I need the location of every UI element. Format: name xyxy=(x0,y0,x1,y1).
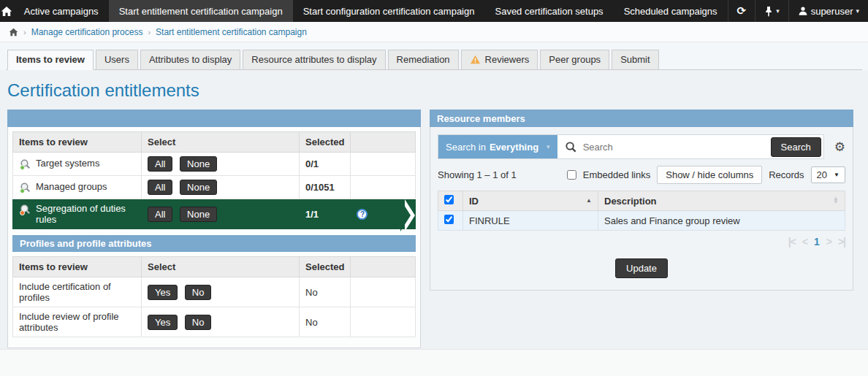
selected-count: 0/1051 xyxy=(305,182,335,193)
column-header-items-to-review: Items to review xyxy=(13,132,142,153)
top-menu-bar: Active campaigns Start entitlement certi… xyxy=(0,0,868,22)
pagination: |< < 1 > >| xyxy=(438,236,845,248)
username-label: superuser xyxy=(811,6,853,17)
column-header-selected: Selected xyxy=(300,132,351,153)
search-scope-dropdown[interactable]: Search in Everything ▾ xyxy=(438,135,557,158)
footer-strip xyxy=(0,349,868,376)
pagination-last-button[interactable]: >| xyxy=(838,236,845,248)
breadcrumb-separator: › xyxy=(23,28,26,37)
search-scope-prefix: Search in xyxy=(446,142,486,153)
help-icon[interactable]: ? xyxy=(357,209,368,220)
breadcrumb-link-manage-certification[interactable]: Manage certification process xyxy=(31,27,143,37)
menu-item-start-entitlement-campaign[interactable]: Start entitlement certification campaign xyxy=(109,0,293,22)
show-hide-columns-button[interactable]: Show / hide columns xyxy=(657,166,762,184)
table-row-finrule[interactable]: FINRULE Sales and Finance group review xyxy=(438,211,845,231)
tab-items-to-review[interactable]: Items to review xyxy=(7,50,94,70)
column-header-label: Description xyxy=(604,196,657,207)
pagination-page-1[interactable]: 1 xyxy=(814,236,820,248)
none-button[interactable]: None xyxy=(180,180,217,195)
menu-item-label: Scheduled campaigns xyxy=(624,6,717,17)
column-header-label: ID xyxy=(469,196,479,207)
warning-icon xyxy=(470,55,481,64)
embedded-links-label: Embedded links xyxy=(583,169,651,180)
item-label: Target systems xyxy=(36,158,99,169)
column-header-selected: Selected xyxy=(300,257,351,277)
breadcrumb-link-start-entitlement[interactable]: Start entitlement certification campaign xyxy=(156,27,307,37)
none-button[interactable]: None xyxy=(180,156,217,172)
tab-label: Submit xyxy=(620,54,650,65)
tab-peer-groups[interactable]: Peer groups xyxy=(540,50,609,70)
cell-id: FINRULE xyxy=(463,211,598,231)
search-row: Search in Everything ▾ Search ⚙ xyxy=(438,134,845,159)
search-input[interactable] xyxy=(583,142,761,153)
none-button[interactable]: None xyxy=(180,207,217,222)
column-header-id[interactable]: ID ▲ xyxy=(463,191,598,211)
tab-remediation[interactable]: Remediation xyxy=(388,50,459,70)
yes-button[interactable]: Yes xyxy=(148,315,178,330)
all-button[interactable]: All xyxy=(148,207,172,222)
row-checkbox[interactable] xyxy=(444,215,454,224)
cell-description: Sales and Finance group review xyxy=(598,211,845,231)
refresh-icon: ⟳ xyxy=(737,6,747,17)
all-button[interactable]: All xyxy=(148,156,172,172)
breadcrumb: › Manage certification process › Start e… xyxy=(0,22,868,42)
resource-members-panel: Resource members Search in Everything ▾ xyxy=(430,110,853,291)
select-all-checkbox[interactable] xyxy=(444,195,454,204)
yes-button[interactable]: Yes xyxy=(148,285,178,300)
column-header-description[interactable]: Description ▲▼ xyxy=(598,191,845,211)
all-button[interactable]: All xyxy=(148,180,172,195)
resource-members-body: Search in Everything ▾ Search ⚙ xyxy=(430,127,853,291)
no-button[interactable]: No xyxy=(185,285,212,300)
breadcrumb-home-icon[interactable] xyxy=(9,28,18,37)
column-header-empty xyxy=(351,257,416,277)
menu-item-label: Active campaigns xyxy=(24,6,99,17)
entitlements-panel: Items to review Select Selected Target s… xyxy=(7,110,421,348)
pin-menu-button[interactable]: ▾ xyxy=(755,0,788,22)
records-per-page-select[interactable]: 20 ▼ xyxy=(811,166,845,183)
tab-label: Attributes to display xyxy=(149,54,232,65)
search-icon xyxy=(565,141,577,153)
profiles-table: Items to review Select Selected Include … xyxy=(12,256,416,337)
embedded-links-checkbox[interactable] xyxy=(567,170,576,180)
home-icon xyxy=(1,6,12,17)
menu-item-start-configuration-campaign[interactable]: Start configuration certification campai… xyxy=(293,0,485,22)
chevron-down-icon: ▾ xyxy=(856,7,859,15)
menu-item-scheduled-campaigns[interactable]: Scheduled campaigns xyxy=(614,0,728,22)
no-button[interactable]: No xyxy=(185,315,212,330)
menu-item-active-campaigns[interactable]: Active campaigns xyxy=(14,0,109,22)
home-button[interactable] xyxy=(0,0,14,22)
results-toolbar: Showing 1 – 1 of 1 Embedded links Show /… xyxy=(438,166,845,184)
user-menu-button[interactable]: superuser ▾ xyxy=(788,0,868,22)
tab-label: Users xyxy=(104,54,129,65)
gear-icon[interactable]: ⚙ xyxy=(834,141,845,153)
pin-icon xyxy=(764,6,773,17)
breadcrumb-separator: › xyxy=(148,28,151,37)
tab-reviewers[interactable]: Reviewers xyxy=(461,50,538,70)
menu-item-saved-certification-setups[interactable]: Saved certification setups xyxy=(484,0,613,22)
magnifier-green-icon xyxy=(19,182,31,194)
page-title: Certification entitlements xyxy=(0,70,868,110)
resource-members-header: Resource members xyxy=(430,110,853,127)
select-caret-icon: ▼ xyxy=(834,172,840,178)
tab-resource-attributes-to-display[interactable]: Resource attributes to display xyxy=(243,50,385,70)
update-button[interactable]: Update xyxy=(615,258,668,278)
pagination-prev-button[interactable]: < xyxy=(802,236,807,248)
magnifier-orange-icon xyxy=(19,204,31,216)
tab-users[interactable]: Users xyxy=(96,50,138,70)
refresh-button[interactable]: ⟳ xyxy=(728,0,755,22)
tab-submit[interactable]: Submit xyxy=(612,50,658,70)
item-label: Include certification of profiles xyxy=(19,281,111,303)
profiles-subheader: Profiles and profile attributes xyxy=(12,235,416,252)
sort-both-icon: ▲▼ xyxy=(833,197,839,204)
selected-value: No xyxy=(305,317,318,328)
tab-attributes-to-display[interactable]: Attributes to display xyxy=(140,50,240,70)
pagination-first-button[interactable]: |< xyxy=(788,236,796,248)
pagination-next-button[interactable]: > xyxy=(826,236,831,248)
showing-count-label: Showing 1 – 1 of 1 xyxy=(438,169,517,180)
selected-value: No xyxy=(305,287,318,298)
search-button[interactable]: Search xyxy=(771,137,821,157)
tab-label: Remediation xyxy=(397,54,450,65)
table-row-segregation-of-duties-rules[interactable]: Segregation of duties rules All None 1/1… xyxy=(13,199,416,229)
menu-item-label: Start configuration certification campai… xyxy=(303,6,475,17)
main-content: Items to review Select Selected Target s… xyxy=(0,110,868,348)
